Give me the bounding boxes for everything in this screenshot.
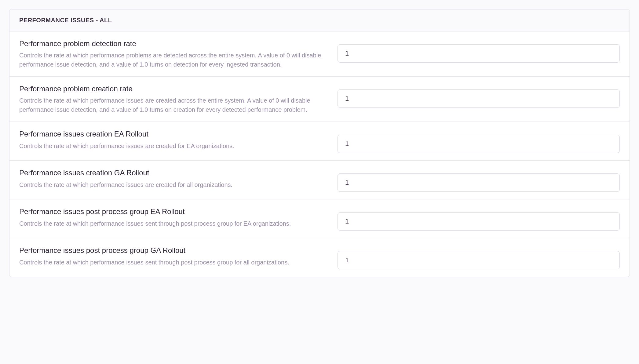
setting-description: Controls the rate at which performance i… xyxy=(19,141,323,151)
settings-panel: PERFORMANCE ISSUES - ALL Performance pro… xyxy=(9,9,630,277)
ppg-ga-rollout-input[interactable] xyxy=(338,251,620,269)
setting-label-col: Performance issues post process group GA… xyxy=(19,246,323,267)
setting-input-col xyxy=(338,129,620,153)
ea-rollout-input[interactable] xyxy=(338,135,620,153)
setting-description: Controls the rate at which performance i… xyxy=(19,180,323,189)
ppg-ea-rollout-input[interactable] xyxy=(338,212,620,231)
setting-description: Controls the rate at which performance i… xyxy=(19,96,323,114)
setting-label-col: Performance issues post process group EA… xyxy=(19,207,323,228)
setting-description: Controls the rate at which performance i… xyxy=(19,258,323,267)
setting-description: Controls the rate at which performance i… xyxy=(19,219,323,228)
setting-row-ga-rollout: Performance issues creation GA Rollout C… xyxy=(9,161,630,199)
setting-label-col: Performance issues creation GA Rollout C… xyxy=(19,168,323,189)
setting-title: Performance issues creation GA Rollout xyxy=(19,168,323,177)
setting-input-col xyxy=(338,168,620,192)
setting-description: Controls the rate at which performance p… xyxy=(19,51,323,69)
detection-rate-input[interactable] xyxy=(338,44,620,63)
setting-row-creation-rate: Performance problem creation rate Contro… xyxy=(9,77,630,122)
setting-title: Performance issues creation EA Rollout xyxy=(19,129,323,139)
setting-input-col xyxy=(338,207,620,231)
setting-row-detection-rate: Performance problem detection rate Contr… xyxy=(9,31,630,77)
setting-input-col xyxy=(338,39,620,63)
creation-rate-input[interactable] xyxy=(338,89,620,108)
setting-title: Performance issues post process group GA… xyxy=(19,246,323,255)
setting-input-col xyxy=(338,246,620,269)
ga-rollout-input[interactable] xyxy=(338,173,620,192)
setting-label-col: Performance issues creation EA Rollout C… xyxy=(19,129,323,150)
setting-row-ppg-ea-rollout: Performance issues post process group EA… xyxy=(9,199,630,238)
setting-title: Performance problem creation rate xyxy=(19,84,323,93)
panel-title: PERFORMANCE ISSUES - ALL xyxy=(19,17,620,24)
setting-title: Performance issues post process group EA… xyxy=(19,207,323,216)
setting-row-ea-rollout: Performance issues creation EA Rollout C… xyxy=(9,122,630,161)
panel-header: PERFORMANCE ISSUES - ALL xyxy=(9,9,630,31)
setting-row-ppg-ga-rollout: Performance issues post process group GA… xyxy=(9,238,630,277)
setting-input-col xyxy=(338,84,620,108)
setting-title: Performance problem detection rate xyxy=(19,39,323,48)
setting-label-col: Performance problem creation rate Contro… xyxy=(19,84,323,114)
setting-label-col: Performance problem detection rate Contr… xyxy=(19,39,323,69)
